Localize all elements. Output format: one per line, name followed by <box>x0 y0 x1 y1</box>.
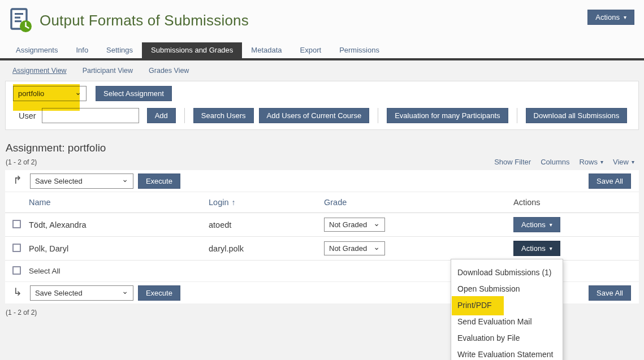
show-filter-link[interactable]: Show Filter <box>494 158 531 166</box>
bulk-action-select-top[interactable]: Save Selected ⌄ <box>30 174 133 189</box>
select-all-label: Select All <box>29 267 209 275</box>
grade-select[interactable]: Not Graded ⌄ <box>324 241 385 255</box>
participant-name: Polk, Daryl <box>29 244 209 253</box>
page-header: Output Formats of Submissions Actions ▾ <box>0 0 644 42</box>
subtab-participant-view[interactable]: Participant View <box>83 67 133 75</box>
row-actions-button-open[interactable]: Actions ▾ <box>513 241 560 256</box>
bulk-actions-row-top: ↱ Save Selected ⌄ Execute Save All <box>5 170 639 192</box>
chevron-down-icon: ▾ <box>632 159 634 165</box>
participant-login: daryl.polk <box>209 244 324 253</box>
page: Output Formats of Submissions Actions ▾ … <box>0 0 644 360</box>
table-controls: Show Filter Columns Rows ▾ View ▾ <box>494 158 634 166</box>
participant-name: Tödt, Alexandra <box>29 220 209 229</box>
toolbar-panel: portfolio ⌄ Select Assignment User Add S… <box>5 81 639 130</box>
bulk-action-select-bottom[interactable]: Save Selected ⌄ <box>30 285 133 301</box>
tab-metadata[interactable]: Metadata <box>242 42 291 58</box>
sort-by-name-link[interactable]: Name <box>29 198 51 207</box>
tab-assignments[interactable]: Assignments <box>7 42 67 58</box>
row-actions-button[interactable]: Actions ▾ <box>513 217 560 232</box>
user-label: User <box>19 111 36 120</box>
tab-bar-underline <box>0 58 644 60</box>
tab-permissions[interactable]: Permissions <box>330 42 388 58</box>
save-all-button-bottom[interactable]: Save All <box>589 285 631 301</box>
execute-button-bottom[interactable]: Execute <box>138 285 180 301</box>
menu-item-download-submissions[interactable]: Download Submissions (1) <box>451 264 563 281</box>
menu-item-send-evaluation-mail[interactable]: Send Evaluation Mail <box>451 314 563 330</box>
menu-item-evaluation-by-file[interactable]: Evaluation by File <box>451 330 563 346</box>
apply-to-selection-top-icon: ↱ <box>13 174 22 186</box>
grade-select[interactable]: Not Graded ⌄ <box>324 218 385 232</box>
exercise-object-icon <box>7 7 34 34</box>
row-checkbox[interactable] <box>12 244 21 252</box>
table-header-row: Name Login↑ Grade Actions <box>5 192 639 213</box>
rows-menu-link[interactable]: Rows ▾ <box>579 158 603 166</box>
page-actions-button[interactable]: Actions ▾ <box>587 10 634 25</box>
user-input[interactable] <box>42 108 139 123</box>
tab-bar: Assignments Info Settings Submissions an… <box>0 42 644 58</box>
actions-column-header: Actions <box>513 198 541 207</box>
tab-settings[interactable]: Settings <box>97 42 142 58</box>
menu-item-open-submission[interactable]: Open Submission <box>451 281 563 297</box>
assignment-section-header: Assignment: portfolio (1 - 2 of 2) Show … <box>6 142 636 166</box>
assignment-select[interactable]: portfolio ⌄ <box>13 86 87 101</box>
execute-button-top[interactable]: Execute <box>138 174 180 189</box>
select-chevron-icon: ⌄ <box>373 219 380 228</box>
chevron-down-icon: ▾ <box>624 15 626 20</box>
add-user-button[interactable]: Add <box>147 108 176 123</box>
toolbar-divider <box>184 108 185 123</box>
save-all-button-top[interactable]: Save All <box>589 174 631 189</box>
apply-to-selection-bottom-icon: ↳ <box>13 285 22 298</box>
table-row: Tödt, Alexandra atoedt Not Graded ⌄ Acti… <box>5 213 639 237</box>
chevron-down-icon: ▾ <box>600 159 603 165</box>
tab-export[interactable]: Export <box>291 42 331 58</box>
select-all-checkbox[interactable] <box>12 266 21 275</box>
download-all-submissions-button[interactable]: Download all Submissions <box>526 108 628 123</box>
chevron-down-icon: ▾ <box>550 246 552 251</box>
select-chevron-icon: ⌄ <box>122 287 128 296</box>
add-users-current-course-button[interactable]: Add Users of Current Course <box>259 108 370 123</box>
select-chevron-icon: ⌄ <box>75 88 81 97</box>
evaluation-many-participants-button[interactable]: Evaluation for many Participants <box>387 108 508 123</box>
columns-link[interactable]: Columns <box>541 158 569 166</box>
tab-submissions-and-grades[interactable]: Submissions and Grades <box>142 42 242 58</box>
chevron-down-icon: ▾ <box>550 222 552 228</box>
select-assignment-button[interactable]: Select Assignment <box>96 86 172 101</box>
sort-by-login-link[interactable]: Login <box>209 198 228 207</box>
toolbar-divider <box>378 108 378 123</box>
row-checkbox[interactable] <box>12 220 21 228</box>
menu-item-write-evaluation-statement[interactable]: Write Evaluation Statement <box>451 346 563 360</box>
table-row: Polk, Daryl daryl.polk Not Graded ⌄ Acti… <box>5 237 639 261</box>
sort-ascending-icon: ↑ <box>231 198 235 207</box>
assignment-heading: Assignment: portfolio <box>6 142 636 154</box>
search-users-button[interactable]: Search Users <box>193 108 254 123</box>
menu-item-print-pdf[interactable]: Print/PDF <box>451 297 563 314</box>
participant-login: atoedt <box>209 220 324 229</box>
select-chevron-icon: ⌄ <box>373 242 380 251</box>
sort-by-grade-link[interactable]: Grade <box>324 198 347 207</box>
subtab-assignment-view[interactable]: Assignment View <box>12 67 67 75</box>
toolbar-divider <box>517 108 517 123</box>
select-chevron-icon: ⌄ <box>122 175 128 184</box>
tab-info[interactable]: Info <box>67 42 97 58</box>
page-title: Output Formats of Submissions <box>40 12 249 29</box>
view-menu-link[interactable]: View ▾ <box>613 158 634 166</box>
subtab-grades-view[interactable]: Grades View <box>149 67 189 75</box>
row-actions-dropdown-menu: Download Submissions (1) Open Submission… <box>451 259 563 360</box>
subtab-bar: Assignment View Participant View Grades … <box>12 67 644 75</box>
